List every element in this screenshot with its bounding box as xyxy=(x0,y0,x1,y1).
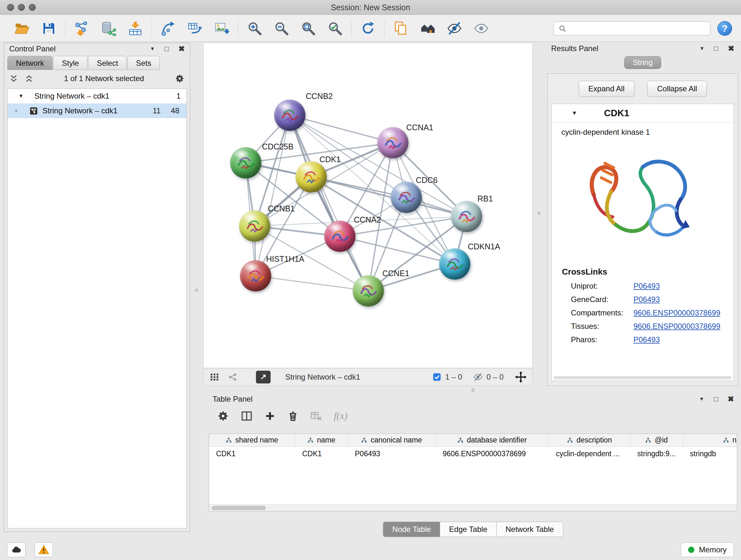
tab-network-table[interactable]: Network Table xyxy=(496,522,563,537)
table-hscrollbar[interactable] xyxy=(209,504,737,511)
crosslink-value-link[interactable]: P06493 xyxy=(633,335,660,344)
entry-collapse-icon[interactable]: ▼ xyxy=(571,110,577,117)
panel-collapse-icon[interactable]: ▼ xyxy=(150,46,155,52)
node-label-hist1h1a: HIST1H1A xyxy=(266,254,304,264)
panel-collapse-icon[interactable]: ▼ xyxy=(699,396,704,402)
tab-node-table[interactable]: Node Table xyxy=(383,522,440,537)
node-count: 11 xyxy=(152,106,160,115)
column-header-canonical-name[interactable]: canonical name xyxy=(348,434,435,446)
help-button[interactable]: ? xyxy=(718,21,732,36)
vertical-splitter-handle[interactable] xyxy=(537,212,541,215)
vertical-splitter-handle[interactable] xyxy=(195,289,198,292)
zoom-fit-button[interactable] xyxy=(300,20,317,37)
network-node-ccna1[interactable] xyxy=(377,127,408,159)
search-input[interactable] xyxy=(553,21,711,36)
function-builder-button[interactable]: f(x) xyxy=(334,410,347,422)
table-options-button[interactable] xyxy=(217,410,229,422)
horizontal-splitter-handle[interactable] xyxy=(471,388,475,392)
column-header-shared-name[interactable]: shared name xyxy=(209,434,295,446)
tab-sets[interactable]: Sets xyxy=(127,56,160,70)
show-graphics-button[interactable] xyxy=(473,20,490,37)
panel-close-icon[interactable]: ✖ xyxy=(728,395,734,403)
crosslink-value-link[interactable]: P06493 xyxy=(633,295,660,304)
copy-button[interactable] xyxy=(392,20,409,37)
create-column-button[interactable] xyxy=(264,410,276,422)
delete-table-button[interactable] xyxy=(310,410,322,422)
column-header-database-identifier[interactable]: database identifier xyxy=(435,434,549,446)
network-node-cdk1[interactable] xyxy=(295,161,327,192)
control-panel: Control Panel ▼ □ ✖ Network Style Select… xyxy=(4,43,190,532)
zoom-selected-button[interactable] xyxy=(327,20,344,37)
window-minimize-button[interactable] xyxy=(18,4,25,11)
network-node-cdc25b[interactable] xyxy=(230,147,261,179)
expand-all-icon[interactable] xyxy=(24,74,33,83)
tab-network[interactable]: Network xyxy=(7,56,53,70)
entry-scrollbar[interactable] xyxy=(554,376,732,379)
network-node-hist1h1a[interactable] xyxy=(240,260,271,292)
panel-float-icon[interactable]: □ xyxy=(714,44,718,53)
new-table-button[interactable] xyxy=(186,20,204,37)
session-tool-group xyxy=(6,20,65,37)
panel-close-icon[interactable]: ✖ xyxy=(728,44,734,53)
birdseye-view-button[interactable] xyxy=(209,372,219,382)
annotation-mode-button[interactable] xyxy=(256,371,271,383)
panel-float-icon[interactable]: □ xyxy=(714,395,718,403)
table-hscrollbar-thumb[interactable] xyxy=(212,506,266,510)
import-network-file-button[interactable] xyxy=(73,20,90,37)
tab-edge-table[interactable]: Edge Table xyxy=(440,522,496,537)
panel-close-icon[interactable]: ✖ xyxy=(179,44,185,53)
network-node-rb1[interactable] xyxy=(451,201,482,232)
network-row[interactable]: ● String Network – cdk1 11 48 xyxy=(8,104,186,118)
tab-select[interactable]: Select xyxy=(88,56,127,70)
crosslink-value-link[interactable]: 9606.ENSP00000378699 xyxy=(633,322,720,331)
network-node-ccnb2[interactable] xyxy=(274,100,306,131)
network-node-ccna2[interactable] xyxy=(324,221,355,252)
column-header--id[interactable]: @id xyxy=(630,434,683,446)
table-row[interactable]: CDK1CDK1P064939606.ENSP00000378699cyclin… xyxy=(209,447,737,461)
network-canvas[interactable]: CCNB2CCNA1CDC25BCDK1CDC6RB1CCNB1CCNA2CDK… xyxy=(203,43,533,368)
save-session-button[interactable] xyxy=(40,20,57,37)
tab-style[interactable]: Style xyxy=(53,56,87,70)
warnings-button[interactable] xyxy=(35,543,53,557)
protein-ribbon-thumb xyxy=(295,161,327,192)
gear-icon[interactable] xyxy=(175,73,185,84)
show-columns-button[interactable] xyxy=(241,410,253,422)
node-label-ccna1: CCNA1 xyxy=(406,123,433,132)
crosslink-value-link[interactable]: P06493 xyxy=(633,282,660,291)
import-network-database-button[interactable] xyxy=(100,20,117,37)
apply-layout-button[interactable] xyxy=(359,20,377,37)
open-session-button[interactable] xyxy=(13,20,30,37)
crosslink-value-link[interactable]: 9606.ENSP00000378699 xyxy=(633,308,720,317)
network-node-ccnb1[interactable] xyxy=(239,210,270,242)
pan-tool-button[interactable] xyxy=(515,371,527,383)
tree-expand-icon[interactable]: ▼ xyxy=(18,93,23,99)
window-close-button[interactable] xyxy=(7,4,14,11)
zoom-in-button[interactable] xyxy=(246,20,263,37)
column-header-description[interactable]: description xyxy=(549,434,630,446)
hide-graphics-button[interactable] xyxy=(446,20,463,37)
new-network-selection-button[interactable] xyxy=(159,20,177,37)
window-zoom-button[interactable] xyxy=(29,4,36,11)
column-header-namespace[interactable]: namespace xyxy=(683,434,737,446)
column-header-name[interactable]: name xyxy=(295,434,348,446)
trash-icon xyxy=(287,410,299,422)
network-node-cdc6[interactable] xyxy=(391,182,422,213)
results-buttons: Expand All Collapse All xyxy=(550,81,735,97)
network-node-ccne1[interactable] xyxy=(353,275,384,307)
network-node-cdkn1a[interactable] xyxy=(439,248,470,280)
network-collection-row[interactable]: ▼ String Network – cdk1 1 xyxy=(8,89,186,104)
delete-column-button[interactable] xyxy=(287,410,299,422)
panel-float-icon[interactable]: □ xyxy=(165,45,169,53)
network-home-button[interactable] xyxy=(419,20,436,37)
cloud-status-button[interactable] xyxy=(7,543,25,557)
memory-button[interactable]: Memory xyxy=(681,543,734,557)
expand-all-button[interactable]: Expand All xyxy=(579,81,634,97)
import-table-button[interactable] xyxy=(127,20,144,37)
collapse-all-button[interactable]: Collapse All xyxy=(647,81,707,97)
panel-collapse-icon[interactable]: ▼ xyxy=(699,46,704,51)
collapse-all-icon[interactable] xyxy=(9,74,18,83)
zoom-out-button[interactable] xyxy=(273,20,290,37)
tab-string[interactable]: String xyxy=(624,56,661,69)
network-overview-button[interactable] xyxy=(228,372,238,382)
export-image-button[interactable] xyxy=(213,20,230,37)
